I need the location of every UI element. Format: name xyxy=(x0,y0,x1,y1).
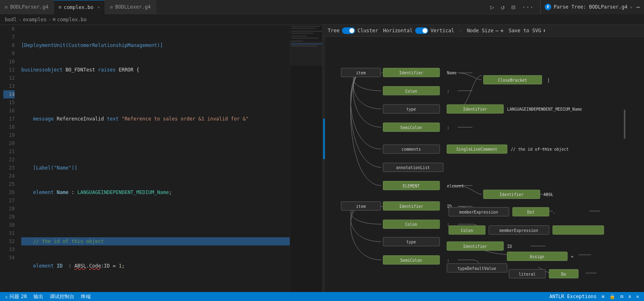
comment-text-label: // the id of this object xyxy=(511,147,569,152)
identifier2-text: Identifier xyxy=(463,107,487,111)
de-text: De xyxy=(561,272,566,276)
parse-tree-icon: P xyxy=(545,4,551,10)
code-line-11: [Label("Name")] xyxy=(21,164,290,172)
tab-complexbo[interactable]: ⊞ complex.bo ✕ xyxy=(54,0,105,14)
cluster-label: Cluster xyxy=(358,28,378,33)
parse-tree-tab-label: Parse Tree: BODLParser.g4 xyxy=(554,4,628,10)
scrollbar-thumb-svg xyxy=(624,110,626,139)
tab-label-complexbo: complex.bo xyxy=(64,4,93,10)
status-problems-count: 20 xyxy=(21,294,27,299)
editor: 678910 1112131415 1617181920 2122232425 … xyxy=(0,25,323,292)
parse-tree-panel: Tree Cluster Horizontal Vertical — Node … xyxy=(323,25,644,292)
colon1-label: : xyxy=(447,89,449,94)
antlr-exceptions[interactable]: ANTLR Exceptions xyxy=(549,294,597,299)
status-problems[interactable]: ⚠ 问题 20 xyxy=(5,293,27,300)
tab-label-bodlparser: BODLParser.g4 xyxy=(10,4,49,10)
member1-text: memberExpression xyxy=(459,210,498,214)
tab-icon-complexbo: ⊞ xyxy=(59,4,62,10)
assign-text: Assign xyxy=(530,254,545,259)
tab-icon-bodlparser: ⊞ xyxy=(5,4,8,10)
status-lines[interactable]: ≡ xyxy=(602,294,604,299)
up-icon: ∧ xyxy=(628,294,631,299)
minimap xyxy=(290,25,322,292)
close-icon-complexbo[interactable]: ✕ xyxy=(97,5,100,9)
code-line-7: businessobject BO_FDNTest raises ERROR { xyxy=(21,66,290,74)
code-line-10 xyxy=(21,139,290,147)
svg-rect-3 xyxy=(291,33,313,34)
status-terminal-label: 终端 xyxy=(81,293,91,300)
download-icon: ⬇ xyxy=(543,28,546,33)
name-text: Name xyxy=(447,71,457,75)
assign-label: = xyxy=(571,254,573,259)
vertical-label: Vertical xyxy=(431,28,454,33)
pt-controls: Tree Cluster Horizontal Vertical — Node … xyxy=(323,25,644,37)
save-svg-label: Save to SVG xyxy=(509,28,541,33)
literal-text: literal xyxy=(519,272,535,276)
member2-right-bg xyxy=(553,226,604,234)
node-size-control: Node Size − + xyxy=(467,27,504,34)
status-debug[interactable]: 调试控制台 xyxy=(50,293,74,300)
status-up[interactable]: ∧ xyxy=(628,294,631,299)
svg-rect-1 xyxy=(291,28,315,29)
run-button[interactable]: ▷ xyxy=(489,2,496,12)
close-parse-tree[interactable]: ✕ xyxy=(630,5,633,9)
annotationlist-text: annotationList xyxy=(396,165,430,170)
save-svg-button[interactable]: Save to SVG ⬇ xyxy=(509,28,546,33)
file-icon: ⊞ xyxy=(53,17,56,22)
node-size-minus[interactable]: − xyxy=(495,27,499,34)
bracket-text: ] xyxy=(547,78,550,82)
status-output[interactable]: 输出 xyxy=(34,293,43,300)
split-button[interactable]: ⊟ xyxy=(510,2,517,12)
status-close[interactable]: ✕ xyxy=(636,294,639,299)
status-right: ANTLR Exceptions ≡ 🔒 ⊟ ∧ ✕ xyxy=(549,294,639,299)
more-button[interactable]: ··· xyxy=(520,2,535,12)
line-numbers: 678910 1112131415 1617181920 2122232425 … xyxy=(0,25,18,292)
tab-bodllexer[interactable]: ⊞ BODLLexer.g4 xyxy=(105,0,156,14)
status-output-label: 输出 xyxy=(34,293,43,300)
svg-rect-4 xyxy=(291,36,307,37)
code-line-16 xyxy=(21,286,290,292)
status-lock[interactable]: 🔒 xyxy=(609,294,615,299)
closebracket-text: CloseBracket xyxy=(498,78,527,82)
svg-rect-2 xyxy=(291,31,322,32)
parse-tree-tab[interactable]: P Parse Tree: BODLParser.g4 ✕ ⋯ xyxy=(540,0,644,14)
code-line-6: [DeploymentUnit(CustomerRelationshipMana… xyxy=(21,41,290,49)
more-parse-tree[interactable]: ⋯ xyxy=(637,4,640,10)
typedefaultvalue-text: typeDefaultValue xyxy=(458,266,496,271)
item2-text: item xyxy=(356,204,366,209)
tree-svg: * 70 * 77 * 79 * 79 * 80 * 84 * 84 * -- … xyxy=(323,37,644,292)
horizontal-label: Horizontal xyxy=(383,28,412,33)
orientation-toggle[interactable] xyxy=(415,27,428,34)
node-size-plus[interactable]: + xyxy=(500,27,503,34)
comments-text: comments xyxy=(402,147,421,152)
status-split2[interactable]: ⊟ xyxy=(620,294,623,299)
breadcrumb-examples[interactable]: examples xyxy=(23,17,47,22)
semicolon2-text: SemiColon xyxy=(400,258,422,263)
lock-icon: 🔒 xyxy=(609,294,615,299)
tab-bodlparser[interactable]: ⊞ BODLParser.g4 xyxy=(0,0,54,14)
refresh-button[interactable]: ↺ xyxy=(499,2,507,12)
tab-actions: ▷ ↺ ⊟ ··· xyxy=(489,2,540,12)
breadcrumb-bodl[interactable]: bodl xyxy=(5,17,17,22)
status-terminal[interactable]: 终端 xyxy=(81,293,91,300)
code-line-15: element ID : ABSL.Code:ID = 1; xyxy=(21,262,290,270)
tab-label-bodllexer: BODLLexer.g4 xyxy=(115,4,151,10)
editor-content: 678910 1112131415 1617181920 2122232425 … xyxy=(0,25,322,292)
dot-label: . xyxy=(553,210,555,214)
breadcrumb-file: ⊞ complex.bo xyxy=(53,17,87,22)
warning-icon: ⚠ xyxy=(5,294,8,299)
breadcrumb: bodl › examples › ⊞ complex.bo xyxy=(0,14,644,25)
main-area: 678910 1112131415 1617181920 2122232425 … xyxy=(0,25,644,292)
tab-bar: ⊞ BODLParser.g4 ⊞ complex.bo ✕ ⊞ BODLLex… xyxy=(0,0,644,14)
tree-toggle[interactable] xyxy=(342,27,355,34)
identifier5-text: Identifier xyxy=(463,244,487,249)
controls-sep: — xyxy=(459,28,462,33)
type1-text: type xyxy=(406,107,416,111)
node-size-label: Node Size xyxy=(467,28,494,33)
pt-content[interactable]: * 70 * 77 * 79 * 79 * 80 * 84 * 84 * -- … xyxy=(323,37,644,292)
breadcrumb-complexbo[interactable]: complex.bo xyxy=(57,17,87,22)
element-text: ELEMENT xyxy=(403,184,420,188)
code-lines[interactable]: [DeploymentUnit(CustomerRelationshipMana… xyxy=(18,25,290,292)
code-line-9: message ReferenceInvalid text "Reference… xyxy=(21,115,290,123)
element-label: element xyxy=(447,184,464,188)
